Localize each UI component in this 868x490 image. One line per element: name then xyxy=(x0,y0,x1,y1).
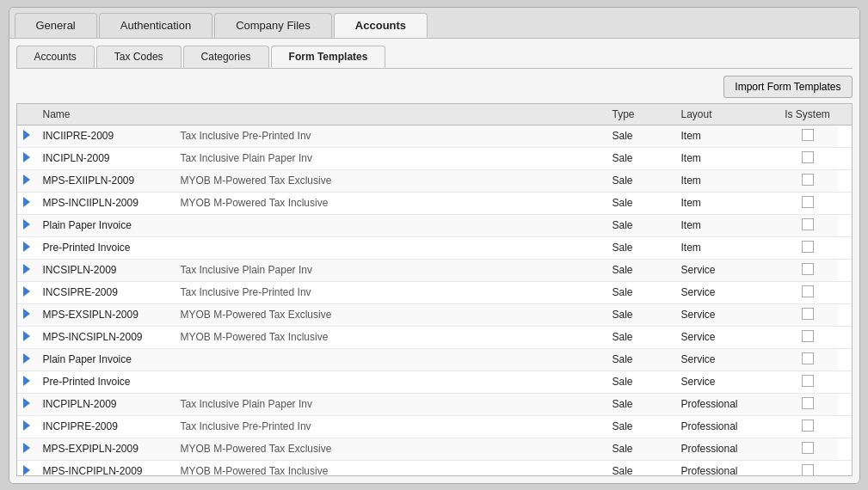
row-arrow-cell[interactable] xyxy=(17,438,36,460)
table-row[interactable]: MPS-INCIIPLN-2009 MYOB M-Powered Tax Inc… xyxy=(17,192,852,214)
is-system-checkbox[interactable] xyxy=(802,308,814,320)
is-system-checkbox[interactable] xyxy=(802,420,814,432)
row-name: MPS-EXPIPLN-2009 xyxy=(36,438,174,460)
is-system-checkbox[interactable] xyxy=(802,442,814,454)
tab-company-files[interactable]: Company Files xyxy=(214,13,332,38)
table-row[interactable]: INCIPLN-2009 Tax Inclusive Plain Paper I… xyxy=(17,147,852,169)
row-expand-icon xyxy=(23,175,30,185)
table-row[interactable]: Pre-Printed Invoice Sale Item xyxy=(17,236,852,259)
row-desc: Tax Inclusive Pre-Printed Inv xyxy=(174,415,606,438)
row-is-system[interactable] xyxy=(778,393,838,415)
row-is-system[interactable] xyxy=(778,348,838,371)
row-is-system[interactable] xyxy=(778,147,838,169)
row-desc: Tax Inclusive Plain Paper Inv xyxy=(174,393,606,415)
row-arrow-cell[interactable] xyxy=(17,371,36,393)
subtab-categories[interactable]: Categories xyxy=(183,46,269,68)
is-system-checkbox[interactable] xyxy=(802,218,814,230)
table-row[interactable]: INCSIPLN-2009 Tax Inclusive Plain Paper … xyxy=(17,259,852,281)
table-row[interactable]: MPS-EXIIPLN-2009 MYOB M-Powered Tax Excl… xyxy=(17,169,852,192)
table-row[interactable]: MPS-EXSIPLN-2009 MYOB M-Powered Tax Excl… xyxy=(17,303,852,326)
row-name: Plain Paper Invoice xyxy=(36,214,174,236)
row-is-system[interactable] xyxy=(778,460,838,476)
row-expand-icon xyxy=(23,353,30,364)
table-row[interactable]: INCSIPRE-2009 Tax Inclusive Pre-Printed … xyxy=(17,281,852,303)
row-arrow-cell[interactable] xyxy=(17,348,36,371)
is-system-checkbox[interactable] xyxy=(802,352,814,364)
is-system-checkbox[interactable] xyxy=(802,375,814,387)
row-is-system[interactable] xyxy=(778,169,838,192)
row-name: Pre-Printed Invoice xyxy=(36,371,174,393)
table-row[interactable]: Pre-Printed Invoice Sale Service xyxy=(17,371,852,393)
is-system-checkbox[interactable] xyxy=(802,241,814,253)
table-row[interactable]: INCPIPRE-2009 Tax Inclusive Pre-Printed … xyxy=(17,415,852,438)
row-arrow-cell[interactable] xyxy=(17,460,36,476)
row-type: Sale xyxy=(606,438,674,460)
row-layout: Item xyxy=(674,125,778,147)
row-is-system[interactable] xyxy=(778,438,838,460)
row-arrow-cell[interactable] xyxy=(17,281,36,303)
subtab-tax-codes[interactable]: Tax Codes xyxy=(96,46,182,68)
table-row[interactable]: Plain Paper Invoice Sale Item xyxy=(17,214,852,236)
table-row[interactable]: MPS-EXPIPLN-2009 MYOB M-Powered Tax Excl… xyxy=(17,438,852,460)
is-system-checkbox[interactable] xyxy=(802,129,814,141)
is-system-checkbox[interactable] xyxy=(802,285,814,297)
row-is-system[interactable] xyxy=(778,281,838,303)
table-row[interactable]: INCIIPRE-2009 Tax Inclusive Pre-Printed … xyxy=(17,125,852,147)
table-header-row: Name Type Layout Is System xyxy=(17,104,852,126)
row-arrow-cell[interactable] xyxy=(17,192,36,214)
row-arrow-cell[interactable] xyxy=(17,125,36,147)
form-templates-table-container[interactable]: Name Type Layout Is System INCIIPRE-2009… xyxy=(16,103,853,476)
row-desc xyxy=(174,236,606,259)
is-system-checkbox[interactable] xyxy=(802,151,814,163)
row-is-system[interactable] xyxy=(778,192,838,214)
row-desc: MYOB M-Powered Tax Exclusive xyxy=(174,438,606,460)
row-is-system[interactable] xyxy=(778,259,838,281)
row-is-system[interactable] xyxy=(778,236,838,259)
table-row[interactable]: Plain Paper Invoice Sale Service xyxy=(17,348,852,371)
row-type: Sale xyxy=(606,460,674,476)
row-is-system[interactable] xyxy=(778,214,838,236)
tab-general[interactable]: General xyxy=(15,13,97,38)
table-row[interactable]: INCPIPLN-2009 Tax Inclusive Plain Paper … xyxy=(17,393,852,415)
is-system-checkbox[interactable] xyxy=(802,196,814,208)
subtab-form-templates[interactable]: Form Templates xyxy=(271,46,386,68)
row-name: INCPIPLN-2009 xyxy=(36,393,174,415)
row-is-system[interactable] xyxy=(778,326,838,348)
row-name: INCIIPRE-2009 xyxy=(36,125,174,147)
col-arrow xyxy=(17,104,36,126)
row-name: MPS-EXIIPLN-2009 xyxy=(36,169,174,192)
row-arrow-cell[interactable] xyxy=(17,236,36,259)
table-row[interactable]: MPS-INCSIPLN-2009 MYOB M-Powered Tax Inc… xyxy=(17,326,852,348)
row-type: Sale xyxy=(606,236,674,259)
row-is-system[interactable] xyxy=(778,415,838,438)
is-system-checkbox[interactable] xyxy=(802,263,814,275)
col-desc xyxy=(174,104,606,126)
table-row[interactable]: MPS-INCPIPLN-2009 MYOB M-Powered Tax Inc… xyxy=(17,460,852,476)
is-system-checkbox[interactable] xyxy=(802,174,814,186)
row-arrow-cell[interactable] xyxy=(17,393,36,415)
is-system-checkbox[interactable] xyxy=(802,464,814,476)
tab-authentication[interactable]: Authentication xyxy=(99,13,212,38)
is-system-checkbox[interactable] xyxy=(802,397,814,409)
row-desc: MYOB M-Powered Tax Exclusive xyxy=(174,169,606,192)
row-layout: Professional xyxy=(674,393,778,415)
row-layout: Item xyxy=(674,236,778,259)
is-system-checkbox[interactable] xyxy=(802,330,814,342)
row-arrow-cell[interactable] xyxy=(17,303,36,326)
row-arrow-cell[interactable] xyxy=(17,415,36,438)
row-is-system[interactable] xyxy=(778,303,838,326)
row-expand-icon xyxy=(23,465,30,475)
row-is-system[interactable] xyxy=(778,125,838,147)
import-form-templates-button[interactable]: Import Form Templates xyxy=(723,76,852,98)
row-arrow-cell[interactable] xyxy=(17,326,36,348)
row-arrow-cell[interactable] xyxy=(17,169,36,192)
tab-accounts[interactable]: Accounts xyxy=(334,13,428,38)
row-type: Sale xyxy=(606,125,674,147)
subtab-accounts[interactable]: Accounts xyxy=(16,46,95,68)
row-is-system[interactable] xyxy=(778,371,838,393)
row-arrow-cell[interactable] xyxy=(17,259,36,281)
row-arrow-cell[interactable] xyxy=(17,147,36,169)
row-arrow-cell[interactable] xyxy=(17,214,36,236)
row-layout: Service xyxy=(674,326,778,348)
row-expand-icon xyxy=(23,331,30,341)
